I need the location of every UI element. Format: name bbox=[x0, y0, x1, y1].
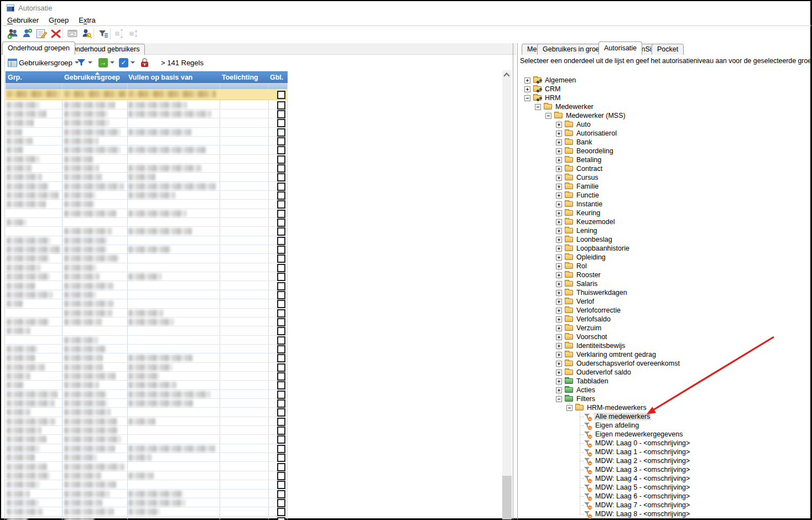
tree-node-mdw-laag-8-omschrijving[interactable]: MDW: Laag 8 - <omschrijving> bbox=[520, 509, 811, 518]
tree-node-label[interactable]: MDW: Laag 1 - <omschrijving> bbox=[594, 448, 691, 456]
table-row[interactable] bbox=[6, 326, 288, 335]
tree-node-mdw-laag-6-omschrijving[interactable]: MDW: Laag 6 - <omschrijving> bbox=[520, 492, 811, 501]
grid-apply-button[interactable]: → bbox=[98, 57, 114, 68]
tree-node-label[interactable]: Beoordeling bbox=[575, 147, 615, 155]
tree-node-mdw-laag-7-omschrijving[interactable]: MDW: Laag 7 - <omschrijving> bbox=[520, 501, 811, 509]
column-header-gebruikersgroep[interactable]: Gebruikersgroep bbox=[64, 74, 120, 81]
gbl-checkbox[interactable] bbox=[277, 472, 285, 480]
tree-node-familie[interactable]: Familie bbox=[520, 182, 811, 191]
tree-node-label[interactable]: Verlofsaldo bbox=[575, 315, 612, 323]
tree-node-medewerker[interactable]: Medewerker bbox=[520, 102, 811, 111]
table-row[interactable] bbox=[6, 353, 288, 362]
tree-node-label[interactable]: Rooster bbox=[575, 271, 602, 279]
gbl-checkbox[interactable] bbox=[277, 318, 285, 326]
tree-node-mdw-laag-5-omschrijving[interactable]: MDW: Laag 5 - <omschrijving> bbox=[520, 483, 811, 492]
tree-node-keuring[interactable]: Keuring bbox=[520, 209, 811, 217]
tree-node-label[interactable]: Medewerker (MSS) bbox=[565, 112, 627, 119]
gbl-checkbox[interactable] bbox=[277, 137, 285, 145]
table-row[interactable] bbox=[6, 372, 288, 381]
tree-node-cursus[interactable]: Cursus bbox=[520, 173, 811, 182]
tree-node-label[interactable]: MDW: Laag 7 - <omschrijving> bbox=[594, 501, 691, 509]
tab-pocket[interactable]: Pocket bbox=[652, 44, 684, 55]
tree-node-label[interactable]: HRM bbox=[544, 94, 561, 102]
table-row[interactable] bbox=[6, 191, 288, 200]
tree-node-label[interactable]: Verlofcorrectie bbox=[575, 306, 622, 314]
expand-icon[interactable] bbox=[556, 139, 562, 145]
gbl-checkbox[interactable] bbox=[277, 327, 285, 335]
tree-node-eigen-afdeling[interactable]: Eigen afdeling bbox=[520, 421, 811, 430]
tree-node-contract[interactable]: Contract bbox=[520, 164, 811, 173]
gbl-checkbox[interactable] bbox=[277, 363, 285, 372]
tree-node-label[interactable]: Filters bbox=[575, 395, 596, 403]
tree-node-label[interactable]: Contract bbox=[575, 165, 603, 173]
tree-node-hrm[interactable]: HRM bbox=[520, 93, 811, 102]
gbl-checkbox[interactable] bbox=[277, 345, 285, 353]
menu-extra[interactable]: Extra bbox=[74, 15, 100, 25]
expand-icon[interactable] bbox=[556, 299, 562, 305]
tree-node-bank[interactable]: Bank bbox=[520, 138, 811, 147]
tree-node-verzuim[interactable]: Verzuim bbox=[520, 324, 811, 332]
gbl-checkbox[interactable] bbox=[277, 191, 285, 200]
tree-node-salaris[interactable]: Salaris bbox=[520, 279, 811, 288]
tree-node-label[interactable]: Eigen medewerkergegevens bbox=[594, 430, 684, 438]
table-row[interactable] bbox=[6, 218, 288, 227]
table-row[interactable] bbox=[6, 200, 288, 209]
expand-icon[interactable] bbox=[556, 246, 562, 252]
tree-node-verlofsaldo[interactable]: Verlofsaldo bbox=[520, 315, 811, 324]
table-row[interactable] bbox=[6, 299, 288, 308]
table-row[interactable] bbox=[6, 453, 288, 462]
table-row[interactable] bbox=[6, 417, 288, 426]
table-row[interactable] bbox=[6, 336, 288, 345]
tree-node-hrm-medewerkers[interactable]: HRM-medewerkers bbox=[520, 403, 811, 412]
table-row[interactable] bbox=[6, 490, 288, 498]
gbl-checkbox[interactable] bbox=[277, 490, 285, 498]
tree-node-medewerker-mss[interactable]: Medewerker (MSS) bbox=[520, 111, 811, 120]
tree-node-verklaring-omtrent-gedrag[interactable]: Verklaring omtrent gedrag bbox=[520, 350, 811, 359]
gbl-checkbox[interactable] bbox=[277, 454, 285, 462]
gbl-checkbox[interactable] bbox=[277, 146, 285, 154]
table-row[interactable] bbox=[6, 263, 288, 272]
table-row[interactable] bbox=[6, 363, 288, 372]
tree-node-label[interactable]: MDW: Laag 2 - <omschrijving> bbox=[594, 457, 691, 465]
gbl-checkbox[interactable] bbox=[277, 300, 285, 308]
tree-node-rol[interactable]: Rol bbox=[520, 262, 811, 271]
gbl-checkbox[interactable] bbox=[277, 128, 285, 137]
tree-node-loopbaanhistorie[interactable]: Loopbaanhistorie bbox=[520, 244, 811, 253]
tree-node-tabbladen[interactable]: Tabbladen bbox=[520, 377, 811, 386]
table-row[interactable] bbox=[6, 309, 288, 318]
tree-node-label[interactable]: Keuring bbox=[575, 209, 601, 217]
expand-icon[interactable] bbox=[556, 254, 562, 261]
gbl-checkbox[interactable] bbox=[277, 110, 285, 118]
gbl-checkbox[interactable] bbox=[277, 372, 285, 381]
tree-node-label[interactable]: Verzuim bbox=[575, 324, 602, 332]
tree-node-label[interactable]: HRM-medewerkers bbox=[586, 404, 648, 412]
table-row[interactable] bbox=[6, 435, 288, 444]
gbl-checkbox[interactable] bbox=[277, 291, 285, 299]
tree-node-label[interactable]: MDW: Laag 6 - <omschrijving> bbox=[594, 492, 691, 500]
scrollbar-thumb[interactable] bbox=[502, 476, 512, 519]
tree-node-loonbeslag[interactable]: Loonbeslag bbox=[520, 235, 811, 244]
tree-node-label[interactable]: MDW: Laag 0 - <omschrijving> bbox=[594, 439, 691, 447]
table-row[interactable] bbox=[6, 290, 288, 299]
tree-node-betaling[interactable]: Betaling bbox=[520, 155, 811, 164]
add-user-button[interactable] bbox=[21, 28, 33, 40]
table-row[interactable] bbox=[6, 182, 288, 191]
tree-node-label[interactable]: MDW: Laag 3 - <omschrijving> bbox=[594, 466, 691, 474]
expand-icon[interactable] bbox=[556, 166, 562, 172]
grid-lock-button[interactable] bbox=[140, 57, 149, 68]
table-row[interactable] bbox=[6, 318, 288, 326]
tree-node-label[interactable]: Thuiswerkdagen bbox=[575, 289, 628, 297]
expand-icon[interactable] bbox=[556, 272, 562, 278]
table-row[interactable] bbox=[6, 517, 288, 520]
gbl-checkbox[interactable] bbox=[277, 499, 285, 507]
gbl-checkbox[interactable] bbox=[277, 164, 285, 173]
collapse-icon[interactable] bbox=[535, 104, 541, 110]
tree-node-eigen-medewerkergegevens[interactable]: Eigen medewerkergegevens bbox=[520, 430, 811, 439]
gbl-checkbox[interactable] bbox=[277, 227, 285, 236]
table-row-selected[interactable] bbox=[6, 89, 288, 100]
table-row[interactable] bbox=[6, 245, 288, 254]
tree-node-label[interactable]: Cursus bbox=[575, 174, 600, 181]
gbl-checkbox[interactable] bbox=[277, 273, 285, 281]
tree-node-label[interactable]: Opleiding bbox=[575, 253, 607, 261]
tree-node-filters[interactable]: Filters bbox=[520, 394, 811, 403]
